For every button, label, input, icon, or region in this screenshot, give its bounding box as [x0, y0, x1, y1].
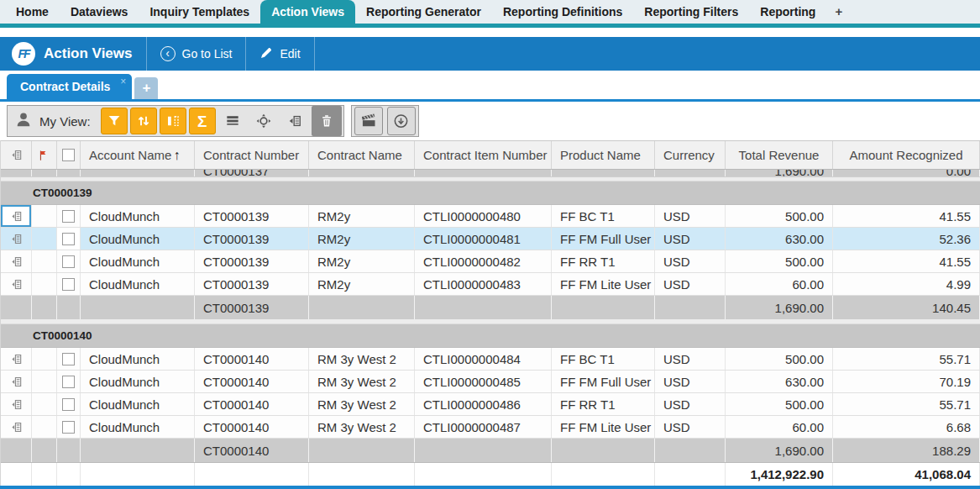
nav-item-home[interactable]: Home [5, 0, 60, 24]
cell-account: CloudMunch [81, 416, 195, 438]
row-checkbox-cell[interactable] [57, 348, 81, 370]
row-checkbox-cell[interactable] [57, 371, 81, 392]
go-to-list-button[interactable]: ‹ Go to List [147, 37, 247, 71]
table-row[interactable]: CloudMunchCT0000139RM2yCTLI0000000480FF … [1, 205, 980, 228]
collapse-panel-button[interactable] [280, 108, 309, 134]
row-flag-cell[interactable] [32, 371, 57, 392]
nav-item-action-views[interactable]: Action Views [260, 0, 355, 24]
cell-contract_number: CT0000140 [195, 439, 309, 462]
row-checkbox[interactable] [62, 255, 75, 268]
edit-button[interactable]: Edit [246, 37, 314, 71]
cell-contract_name [309, 439, 415, 462]
table-row[interactable]: CloudMunchCT0000139RM2yCTLI0000000483FF … [1, 273, 980, 296]
column-label: Product Name [560, 148, 641, 162]
group-header-row[interactable]: CT0000139 [1, 181, 980, 205]
row-checkbox[interactable] [62, 421, 75, 434]
filter-button[interactable] [101, 108, 128, 134]
row-flag-cell[interactable] [32, 393, 57, 415]
edit-label: Edit [280, 47, 300, 60]
nav-add-tab-button[interactable]: + [826, 0, 851, 24]
row-checkbox-cell[interactable] [57, 273, 81, 295]
cell-product [552, 439, 655, 462]
row-detail-cell[interactable] [1, 250, 32, 272]
row-flag-cell[interactable] [32, 348, 57, 370]
sort-button[interactable] [130, 108, 157, 134]
row-detail-cell[interactable] [1, 371, 32, 392]
cell-account [81, 463, 195, 486]
row-checkbox[interactable] [62, 278, 75, 291]
column-header-select-all[interactable] [57, 141, 81, 169]
cell-currency: USD [655, 393, 726, 415]
row-detail-cell[interactable] [1, 228, 32, 250]
cell-total_revenue: 500.00 [726, 250, 833, 272]
row-checkbox[interactable] [62, 233, 75, 245]
column-header-amount_recognized[interactable]: Amount Recognized [833, 141, 980, 169]
tab-close-icon[interactable]: × [120, 76, 126, 87]
column-header-flag[interactable] [32, 141, 57, 169]
columns-button[interactable] [160, 108, 186, 134]
column-header-contract_name[interactable]: Contract Name [309, 141, 415, 169]
cell-contract_number: CT0000139 [195, 273, 309, 295]
row-checkbox[interactable] [62, 210, 75, 223]
row-flag-cell[interactable] [32, 416, 57, 438]
row-detail-cell[interactable] [1, 416, 32, 438]
spacer [0, 28, 980, 37]
table-row[interactable]: CloudMunchCT0000140RM 3y West 2CTLI00000… [1, 348, 980, 371]
nav-item-reporting-generator[interactable]: Reporting Generator [355, 0, 492, 24]
column-header-account[interactable]: Account Name↑ [81, 141, 195, 169]
cell-check [57, 439, 81, 462]
column-header-product[interactable]: Product Name [552, 141, 655, 169]
tab-contract-details[interactable]: Contract Details × [7, 74, 132, 99]
row-checkbox-cell[interactable] [57, 250, 81, 272]
nav-item-dataviews[interactable]: Dataviews [60, 0, 139, 24]
row-flag-cell[interactable] [32, 250, 57, 272]
table-row[interactable]: CloudMunchCT0000140RM 3y West 2CTLI00000… [1, 416, 980, 439]
resize-fit-button[interactable] [249, 108, 278, 134]
select-all-checkbox[interactable] [62, 149, 75, 161]
table-row[interactable]: CloudMunchCT0000140RM 3y West 2CTLI00000… [1, 393, 980, 416]
tab-add-button[interactable]: + [134, 77, 158, 99]
column-header-total_revenue[interactable]: Total Revenue [726, 141, 833, 169]
row-checkbox[interactable] [62, 353, 75, 365]
row-flag-cell[interactable] [32, 273, 57, 295]
row-detail-cell[interactable] [1, 348, 32, 370]
column-header-currency[interactable]: Currency [655, 141, 726, 169]
table-header-row: Account Name↑Contract NumberContract Nam… [1, 140, 980, 170]
cell-amount_recognized: 55.71 [833, 393, 980, 415]
row-checkbox-cell[interactable] [57, 228, 81, 250]
nav-item-inquiry-templates[interactable]: Inquiry Templates [139, 0, 260, 24]
table-row[interactable]: CloudMunchCT0000139RM2yCTLI0000000482FF … [1, 250, 980, 273]
row-detail-cell[interactable] [1, 393, 32, 415]
export-download-button[interactable] [387, 107, 416, 135]
row-checkbox-cell[interactable] [57, 416, 81, 438]
nav-item-reporting[interactable]: Reporting [749, 0, 826, 24]
cell-amount_recognized: 55.71 [833, 348, 980, 370]
row-grouping-button[interactable] [218, 108, 247, 134]
row-checkbox-cell[interactable] [57, 393, 81, 415]
cell-account [81, 439, 195, 462]
row-detail-cell[interactable] [1, 273, 32, 295]
row-checkbox[interactable] [62, 398, 75, 411]
actions-button[interactable] [354, 107, 383, 135]
nav-item-reporting-filters[interactable]: Reporting Filters [633, 0, 749, 24]
group-header-row[interactable]: CT0000140 [1, 324, 980, 348]
column-header-contract_number[interactable]: Contract Number [195, 141, 309, 169]
cell-item_number [415, 439, 552, 462]
cell-check [57, 463, 81, 486]
row-flag-cell[interactable] [32, 205, 57, 227]
group-header-label: CT0000140 [33, 329, 92, 342]
actions-toolbar-group [351, 105, 419, 137]
row-checkbox[interactable] [62, 376, 75, 388]
table-row[interactable]: CloudMunchCT0000140RM 3y West 2CTLI00000… [1, 371, 980, 393]
table-row[interactable]: CloudMunchCT0000139RM2yCTLI0000000481FF … [1, 228, 980, 250]
row-detail-cell[interactable] [1, 205, 32, 227]
cell-contract_name: RM 3y West 2 [309, 416, 415, 438]
summaries-button[interactable]: Σ [189, 108, 216, 134]
subtotal-row: CT00001371,690.000.00 [1, 170, 980, 177]
row-flag-cell[interactable] [32, 228, 57, 250]
row-checkbox-cell[interactable] [57, 205, 81, 227]
nav-item-reporting-definitions[interactable]: Reporting Definitions [492, 0, 633, 24]
delete-button[interactable] [312, 106, 342, 136]
column-header-row-detail[interactable] [1, 141, 32, 169]
column-header-item_number[interactable]: Contract Item Number [415, 141, 552, 169]
